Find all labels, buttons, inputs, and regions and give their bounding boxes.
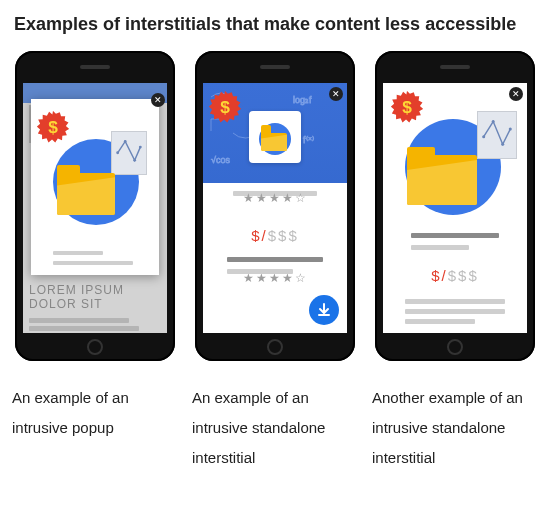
app-icon-card	[249, 111, 301, 163]
download-button[interactable]	[309, 295, 339, 325]
close-icon[interactable]: ✕	[151, 93, 165, 107]
text-line	[53, 251, 103, 255]
close-icon[interactable]: ✕	[329, 87, 343, 101]
phone-screen: LOREM IPSUM dolor sit ✕ $	[23, 83, 167, 333]
text-line	[411, 245, 469, 250]
price-text: $/$$$	[203, 227, 347, 244]
text-line	[405, 319, 475, 324]
text-line	[53, 261, 133, 265]
phones-row: LOREM IPSUM dolor sit ✕ $ An exa	[10, 51, 540, 473]
folder-icon	[407, 155, 477, 205]
example-2: log₂f f⁽ˣ⁾ √cos ✕ $ ★★★★☆ $/$$$	[190, 51, 360, 473]
page-title: Examples of interstitials that make cont…	[14, 14, 540, 35]
home-button-icon	[447, 339, 463, 355]
svg-point-9	[501, 143, 504, 146]
phone-frame: LOREM IPSUM dolor sit ✕ $	[15, 51, 175, 361]
text-line	[411, 233, 499, 238]
ad-sheet: ★★★★☆ $/$$$	[203, 183, 347, 333]
example-1: LOREM IPSUM dolor sit ✕ $ An exa	[10, 51, 180, 473]
phone-speaker	[80, 65, 110, 69]
text-line	[227, 257, 323, 262]
text-line	[405, 299, 505, 304]
svg-text:f⁽ˣ⁾: f⁽ˣ⁾	[303, 135, 314, 145]
svg-point-0	[116, 151, 119, 154]
home-button-icon	[267, 339, 283, 355]
price-text: $/$$$	[383, 267, 527, 284]
price-badge-icon: $	[37, 111, 69, 143]
phone-frame: log₂f f⁽ˣ⁾ √cos ✕ $ ★★★★☆ $/$$$	[195, 51, 355, 361]
home-button-icon	[87, 339, 103, 355]
text-line	[227, 269, 293, 274]
caption: Another example of an intrusive standalo…	[370, 383, 540, 473]
price-badge-icon: $	[391, 91, 423, 123]
svg-point-7	[482, 135, 485, 138]
folder-icon	[261, 133, 287, 151]
svg-point-3	[139, 146, 142, 149]
svg-point-10	[509, 128, 512, 131]
phone-screen: ✕ $ $/$$$	[383, 83, 527, 333]
phone-frame: ✕ $ $/$$$	[375, 51, 535, 361]
phone-speaker	[440, 65, 470, 69]
paper-graphic	[111, 131, 147, 175]
svg-text:log₂f: log₂f	[293, 95, 312, 105]
star-rating: ★★★★☆	[203, 191, 347, 205]
phone-speaker	[260, 65, 290, 69]
svg-point-2	[133, 159, 136, 162]
paper-graphic	[477, 111, 517, 159]
svg-text:√cos: √cos	[211, 155, 230, 165]
popup-card: ✕ $	[31, 99, 159, 275]
folder-icon	[57, 173, 115, 215]
download-icon	[317, 303, 331, 317]
svg-point-8	[492, 120, 495, 123]
caption: An example of an intrusive popup	[10, 383, 180, 443]
example-3: ✕ $ $/$$$ Another example of an intrusiv…	[370, 51, 540, 473]
close-icon[interactable]: ✕	[509, 87, 523, 101]
phone-screen: log₂f f⁽ˣ⁾ √cos ✕ $ ★★★★☆ $/$$$	[203, 83, 347, 333]
svg-point-1	[124, 140, 127, 143]
caption: An example of an intrusive standalone in…	[190, 383, 360, 473]
text-line	[405, 309, 505, 314]
